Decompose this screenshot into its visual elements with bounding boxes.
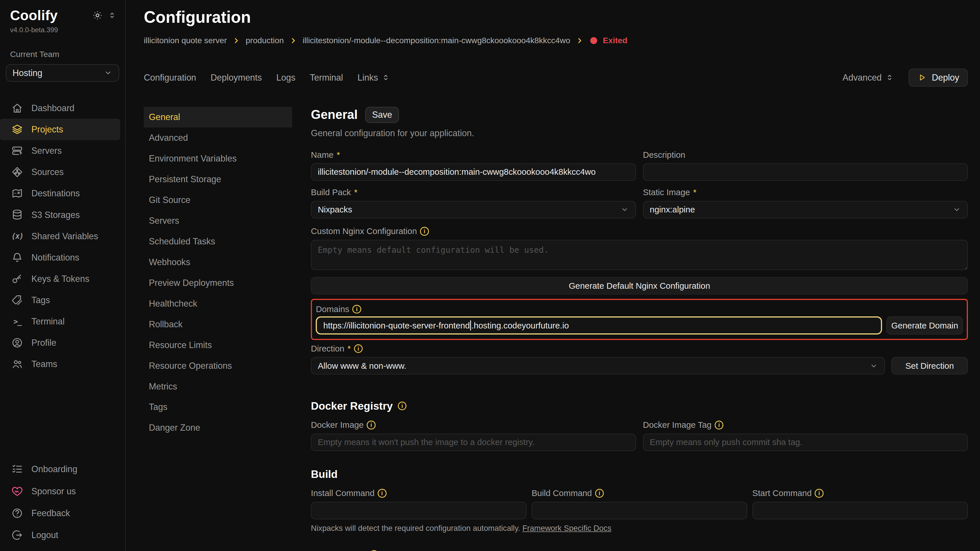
config-nav-preview-deployments[interactable]: Preview Deployments (144, 272, 292, 293)
sidebar-item-feedback[interactable]: Feedback (0, 502, 120, 524)
sidebar-item-dashboard[interactable]: Dashboard (0, 97, 120, 119)
sidebar-item-teams[interactable]: Teams (0, 354, 120, 375)
set-direction-button[interactable]: Set Direction (891, 357, 968, 375)
tab-links[interactable]: Links (358, 73, 390, 83)
current-team-label: Current Team (10, 49, 125, 59)
config-nav-advanced[interactable]: Advanced (144, 127, 292, 148)
info-icon[interactable] (398, 402, 407, 411)
config-nav-tags[interactable]: Tags (144, 397, 292, 418)
tab-configuration[interactable]: Configuration (144, 73, 196, 83)
config-nav-persistent-storage[interactable]: Persistent Storage (144, 169, 292, 190)
tab-label: Terminal (310, 73, 343, 83)
team-select[interactable]: Hosting (6, 64, 119, 82)
save-button[interactable]: Save (365, 107, 399, 123)
sidebar-item-keys-tokens[interactable]: Keys & Tokens (0, 268, 120, 289)
config-nav-environment-variables[interactable]: Environment Variables (144, 148, 292, 169)
config-nav-metrics[interactable]: Metrics (144, 376, 292, 397)
sidebar-item-logout[interactable]: Logout (0, 524, 120, 546)
info-icon[interactable] (354, 344, 363, 353)
build-pack-value: Nixpacks (318, 205, 352, 214)
sidebar-item-s3-storages[interactable]: S3 Storages (0, 204, 120, 225)
sidebar-item-terminal[interactable]: >_ Terminal (0, 311, 120, 332)
tag-icon (11, 294, 23, 306)
sidebar-item-sponsor-us[interactable]: Sponsor us (0, 480, 120, 502)
sidebar-item-label: Logout (32, 530, 58, 540)
static-image-select[interactable]: nginx:alpine (643, 201, 968, 219)
config-nav-rollback[interactable]: Rollback (144, 314, 292, 335)
config-nav-label: Webhooks (149, 257, 191, 267)
info-icon[interactable] (815, 489, 824, 498)
play-icon (918, 73, 926, 82)
advanced-dropdown[interactable]: Advanced (843, 73, 894, 83)
config-nav-resource-operations[interactable]: Resource Operations (144, 355, 292, 376)
tab-deployments[interactable]: Deployments (211, 73, 262, 83)
database-icon (11, 209, 23, 221)
base-directory-label: Base Directory (311, 549, 366, 551)
build-pack-select[interactable]: Nixpacks (311, 201, 636, 219)
required-asterisk (354, 187, 357, 197)
tab-label: Logs (276, 73, 295, 83)
config-nav-resource-limits[interactable]: Resource Limits (144, 335, 292, 355)
docker-image-label: Docker Image (311, 420, 364, 430)
git-source-icon (11, 166, 23, 178)
config-nav-danger-zone[interactable]: Danger Zone (144, 418, 292, 438)
config-nav-webhooks[interactable]: Webhooks (144, 252, 292, 272)
tab-logs[interactable]: Logs (276, 73, 295, 83)
config-nav-healthcheck[interactable]: Healthcheck (144, 293, 292, 314)
sidebar-item-destinations[interactable]: Destinations (0, 183, 120, 204)
theme-sun-icon[interactable] (92, 10, 103, 21)
publish-directory-label: Publish Directory (643, 549, 707, 551)
domain-value-after-caret: .hosting.codeyourfuture.io (471, 321, 569, 330)
config-nav-servers[interactable]: Servers (144, 210, 292, 231)
sidebar-item-servers[interactable]: Servers (0, 140, 120, 162)
app-logo: Coolify (10, 8, 58, 23)
build-command-field[interactable] (531, 502, 747, 519)
description-field[interactable] (643, 163, 968, 181)
chevron-down-icon (104, 68, 113, 78)
deploy-button[interactable]: Deploy (908, 68, 968, 87)
breadcrumb-project-link[interactable]: illicitonion quote server (144, 35, 227, 46)
info-icon[interactable] (715, 421, 724, 430)
info-icon[interactable] (367, 421, 375, 430)
user-circle-icon (11, 337, 23, 349)
sidebar-item-projects[interactable]: Projects (0, 119, 120, 140)
nixpacks-note: Nixpacks will detect the required config… (311, 524, 968, 533)
domain-value-before-caret: https://illicitonion-quote-server-fronte… (323, 321, 470, 330)
generate-nginx-button[interactable]: Generate Default Nginx Configuration (311, 277, 968, 294)
info-icon[interactable] (595, 489, 604, 498)
config-nav-scheduled-tasks[interactable]: Scheduled Tasks (144, 231, 292, 252)
sidebar: Coolify v4.0.0-beta.399 Current Team Hos… (0, 0, 126, 551)
sidebar-item-label: Shared Variables (32, 231, 98, 241)
general-heading: General (311, 108, 358, 122)
start-command-field[interactable] (752, 502, 968, 519)
breadcrumb-environment-link[interactable]: production (246, 35, 284, 46)
nginx-config-textarea[interactable] (311, 240, 968, 270)
sidebar-item-label: S3 Storages (32, 210, 80, 220)
sidebar-item-sources[interactable]: Sources (0, 162, 120, 183)
generate-domain-button[interactable]: Generate Domain (886, 316, 963, 335)
sidebar-item-notifications[interactable]: Notifications (0, 247, 120, 268)
config-nav-general[interactable]: General (144, 107, 292, 127)
tab-terminal[interactable]: Terminal (310, 73, 343, 83)
docker-image-field[interactable] (311, 433, 636, 451)
domains-field[interactable]: https://illicitonion-quote-server-fronte… (316, 316, 882, 335)
info-icon[interactable] (352, 305, 361, 314)
chevron-right-icon (232, 37, 240, 44)
config-nav-git-source[interactable]: Git Source (144, 189, 292, 210)
theme-switcher-chevrons-icon[interactable] (108, 11, 116, 19)
config-nav-label: Resource Limits (149, 340, 212, 350)
direction-select[interactable]: Allow www & non-www. (311, 357, 885, 375)
info-icon[interactable] (420, 227, 429, 236)
chevrons-up-down-icon (382, 73, 390, 81)
info-icon[interactable] (378, 489, 387, 498)
name-field[interactable] (311, 163, 636, 181)
sidebar-item-label: Tags (32, 295, 50, 305)
sidebar-item-tags[interactable]: Tags (0, 289, 120, 311)
sidebar-item-label: Terminal (32, 316, 65, 326)
sidebar-item-onboarding[interactable]: Onboarding (0, 458, 120, 480)
sidebar-item-profile[interactable]: Profile (0, 332, 120, 354)
sidebar-item-shared-variables[interactable]: (x) Shared Variables (0, 225, 120, 247)
install-command-field[interactable] (311, 502, 527, 519)
framework-docs-link[interactable]: Framework Specific Docs (522, 524, 611, 533)
docker-image-tag-field[interactable] (643, 433, 968, 451)
